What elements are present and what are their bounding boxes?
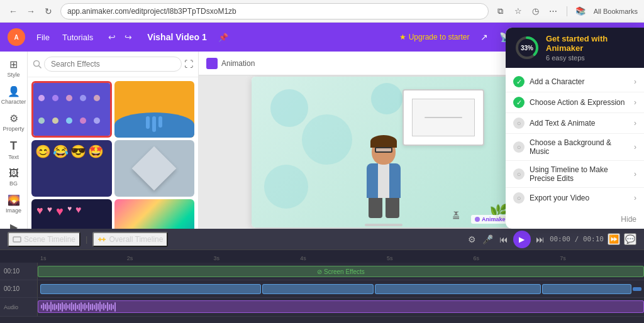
effect-item-5[interactable]: ♥ ♥ ♥ ♥ ♥ — [31, 199, 112, 229]
track-content-audio[interactable] — [38, 298, 644, 316]
forward-button[interactable]: → — [24, 4, 38, 18]
tutorials-menu[interactable]: Tutorials — [57, 30, 98, 45]
timeline-row-audio: Audio — [0, 298, 644, 317]
skip-back-button[interactable]: ⏮ — [498, 233, 509, 246]
undo-button[interactable]: ↩ — [104, 30, 119, 45]
ruler-7s: 7s — [557, 255, 644, 261]
character-left-leg — [369, 198, 382, 218]
sidebar-item-image[interactable]: 🌄 Image — [1, 191, 26, 217]
ruler-1s: 1s — [38, 255, 125, 261]
ruler-marks: 1s 2s 3s 4s 5s 6s 7s — [38, 255, 644, 261]
skip-forward-button[interactable]: ⏭ — [535, 233, 546, 246]
sidebar-item-character[interactable]: 👤 Character — [1, 82, 26, 108]
onboarding-step-4[interactable]: ○ Choose a Background & Music › — [506, 134, 644, 161]
time-separator: / — [575, 235, 583, 243]
step-arrow-1: › — [634, 77, 636, 86]
forward-step-button[interactable]: ⏩ — [608, 233, 620, 245]
total-time: 00:10 — [583, 235, 604, 243]
refresh-button[interactable]: ↻ — [42, 4, 55, 18]
track-time-1: 00:10 — [4, 268, 19, 275]
effect-item-3[interactable]: 😊 😂 😎 🤩 — [31, 140, 112, 197]
track-label-2: 00:10 — [0, 280, 38, 297]
effect-item-4[interactable] — [114, 140, 195, 197]
timeline-row-screen-effects: 00:10 ⊘ Screen Effects — [0, 263, 644, 280]
step-check-6: ○ — [513, 192, 525, 204]
bookmarks-icon[interactable]: 📚 — [574, 4, 587, 18]
onboarding-step-2[interactable]: ✓ Choose Action & Expression › — [506, 92, 644, 113]
anim-clip-3[interactable] — [375, 284, 541, 294]
text-icon: T — [10, 140, 17, 153]
onboarding-step-3[interactable]: ○ Add Text & Animate › — [506, 113, 644, 134]
step-label-6: Export your Video — [530, 194, 629, 202]
onboarding-step-1[interactable]: ✓ Add a Character › — [506, 72, 644, 92]
share-icon[interactable]: ↗ — [475, 28, 493, 46]
expand-icon[interactable]: ⛶ — [184, 59, 193, 69]
sidebar-item-text[interactable]: T Text — [1, 136, 26, 163]
effects-panel: ⛶ — [28, 52, 199, 229]
canvas-scrollbar[interactable] — [365, 224, 402, 226]
audio-clip[interactable] — [38, 300, 644, 313]
ruler-3s: 3s — [211, 255, 297, 261]
play-button[interactable]: ▶ — [513, 231, 531, 248]
scene-timeline-button[interactable]: Scene Timeline — [8, 232, 80, 247]
sidebar-item-style[interactable]: ⊞ Style — [1, 55, 26, 81]
step-label-3: Add Text & Animate — [530, 119, 629, 128]
menu-icon[interactable]: ⋯ — [547, 4, 560, 18]
style-icon: ⊞ — [9, 58, 18, 70]
mic-icon[interactable]: 🎤 — [481, 233, 494, 246]
sidebar-item-property[interactable]: ⚙ Property — [1, 109, 26, 135]
effect-item-1[interactable] — [31, 81, 112, 138]
whiteboard-inner — [412, 99, 475, 136]
back-button[interactable]: ← — [6, 4, 20, 18]
scene-timeline-label: Scene Timeline — [24, 235, 75, 244]
extensions-icon[interactable]: ⧉ — [494, 4, 508, 18]
address-bar[interactable]: app.animaker.com/editproject/l8b3PTpTDsx… — [60, 3, 489, 19]
browser-actions: ⧉ ☆ ◷ ⋯ 📚 All Bookmarks — [494, 4, 638, 18]
canvas-frame: ⩮ 🌿 Animaker — [252, 77, 516, 227]
onboarding-step-6[interactable]: ○ Export your Video › — [506, 188, 644, 208]
overall-timeline-button[interactable]: Overall Timeline — [92, 232, 168, 247]
whiteboard-line — [425, 117, 462, 118]
bookmarks-label: All Bookmarks — [594, 8, 638, 15]
onboarding-title-block: Get started with Animaker 6 easy steps — [546, 34, 635, 62]
effects-search-bar: ⛶ — [28, 52, 198, 77]
ruler-5s: 5s — [384, 255, 471, 261]
anim-clip-4[interactable] — [542, 284, 631, 294]
profile-icon[interactable]: ◷ — [529, 4, 543, 18]
video-icon: ▶ — [10, 221, 18, 229]
anim-clip-2[interactable] — [262, 284, 374, 294]
star-icon[interactable]: ☆ — [511, 4, 525, 18]
captions-button[interactable]: 💬 — [624, 233, 636, 245]
step-arrow-2: › — [634, 98, 636, 107]
progress-percentage: 33% — [514, 35, 540, 60]
project-title[interactable]: Vishal Video 1 — [147, 32, 206, 42]
step-label-4: Choose a Background & Music — [530, 138, 629, 156]
effect-item-2[interactable] — [114, 81, 195, 138]
track-content-1[interactable]: ⊘ Screen Effects — [38, 263, 644, 280]
image-label: Image — [6, 207, 21, 214]
url-text: app.animaker.com/editproject/l8b3PTpTDsx… — [67, 7, 236, 16]
sidebar-item-bg[interactable]: 🖼 BG — [1, 165, 26, 190]
hide-button[interactable]: Hide — [621, 215, 636, 224]
upgrade-button[interactable]: ★ Upgrade to starter — [399, 33, 469, 41]
anim-clip-1[interactable] — [40, 284, 261, 294]
sidebar-icons: ⊞ Style 👤 Character ⚙ Property T Text 🖼 … — [0, 52, 28, 229]
overall-timeline-label: Overall Timeline — [109, 235, 163, 244]
sidebar-item-video[interactable]: ▶ Video — [1, 218, 26, 229]
onboarding-step-5[interactable]: ○ Using Timeline to Make Precise Edits › — [506, 161, 644, 188]
settings-icon[interactable]: ⚙ — [467, 233, 477, 246]
file-menu[interactable]: File — [31, 30, 55, 45]
effect-item-6[interactable] — [114, 199, 195, 229]
onboarding-hide-section: Hide — [506, 212, 644, 225]
canvas-whiteboard — [402, 89, 484, 146]
pin-button[interactable]: 📌 — [218, 33, 228, 42]
onboarding-title: Get started with Animaker — [546, 34, 635, 53]
character-torso — [367, 163, 401, 198]
overall-timeline-icon — [97, 235, 106, 244]
bg-circle-4 — [264, 165, 308, 209]
timeline-divider: | — [86, 234, 87, 244]
search-input[interactable] — [44, 57, 182, 72]
track-content-2[interactable] — [38, 280, 644, 297]
screen-effects-clip[interactable]: ⊘ Screen Effects — [38, 266, 644, 277]
redo-button[interactable]: ↪ — [121, 30, 136, 45]
